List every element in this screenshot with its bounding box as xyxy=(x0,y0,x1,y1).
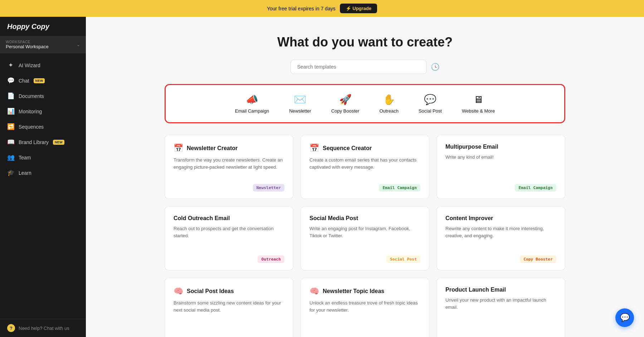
search-input[interactable] xyxy=(291,60,426,74)
sidebar-item-brand-library[interactable]: 📖 Brand Library new xyxy=(0,134,86,150)
team-icon: 👥 xyxy=(7,154,14,161)
sidebar: Hoppy Copy Workspace Personal Workspace … xyxy=(0,17,86,337)
website-more-icon: 🖥 xyxy=(473,94,483,105)
category-tab-copy-booster[interactable]: 🚀 Copy Booster xyxy=(321,91,370,117)
chevron-down-icon: ⌄ xyxy=(77,42,80,47)
template-icon-newsletter-creator: 📅 xyxy=(174,144,183,153)
nav-item-label: AI Wizard xyxy=(19,63,40,68)
workspace-selector[interactable]: Workspace Personal Workspace ⌄ xyxy=(0,36,86,53)
category-tab-outreach[interactable]: ✋ Outreach xyxy=(369,91,408,117)
template-header: 🧠 Newsletter Topic Ideas xyxy=(309,287,420,296)
brand-library-icon: 📖 xyxy=(7,138,14,146)
email-campaign-icon: 📣 xyxy=(246,94,258,105)
social-post-icon: 💬 xyxy=(424,94,436,105)
sidebar-nav: ✦ AI Wizard 💬 Chat new 📄 Documents 📊 Mon… xyxy=(0,53,86,319)
template-footer: Email Campaign xyxy=(445,184,556,192)
app-layout: Hoppy Copy Workspace Personal Workspace … xyxy=(0,17,644,337)
template-card-social-post-ideas[interactable]: 🧠 Social Post Ideas Brainstorm some sizz… xyxy=(165,278,293,337)
cat-label-website-more: Website & More xyxy=(462,108,495,114)
category-tab-newsletter[interactable]: ✉️ Newsletter xyxy=(279,91,321,117)
template-header: Multipurpose Email xyxy=(445,144,556,150)
newsletter-icon: ✉️ xyxy=(294,94,306,105)
template-card-newsletter-topic-ideas[interactable]: 🧠 Newsletter Topic Ideas Unlock an endle… xyxy=(301,278,429,337)
sidebar-item-learn[interactable]: 🎓 Learn xyxy=(0,165,86,180)
template-title-product-launch-email: Product Launch Email xyxy=(445,287,506,293)
category-tab-social-post[interactable]: 💬 Social Post xyxy=(409,91,452,117)
ai-wizard-icon: ✦ xyxy=(7,61,14,69)
template-desc-newsletter-topic-ideas: Unlock an endless treasure trove of fres… xyxy=(309,299,420,334)
template-header: Social Media Post xyxy=(309,215,420,222)
sidebar-item-documents[interactable]: 📄 Documents xyxy=(0,88,86,104)
template-card-content-improver[interactable]: Content Improver Rewrite any content to … xyxy=(436,206,565,271)
workspace-label: Workspace xyxy=(6,40,49,44)
logo: Hoppy Copy xyxy=(0,17,86,36)
template-icon-newsletter-topic-ideas: 🧠 xyxy=(309,287,319,296)
template-footer: Social Post xyxy=(309,256,420,263)
sidebar-item-sequences[interactable]: 🔁 Sequences xyxy=(0,119,86,134)
banner-text: Your free trial expires in 7 days xyxy=(267,6,336,11)
logo-text: Hoppy Copy xyxy=(7,23,79,30)
sidebar-footer[interactable]: ? Need help? Chat with us xyxy=(0,319,86,337)
cat-label-outreach: Outreach xyxy=(379,108,398,114)
upgrade-button[interactable]: ⚡ Upgrade xyxy=(340,4,377,13)
sidebar-item-monitoring[interactable]: 📊 Monitoring xyxy=(0,104,86,119)
template-icon-sequence-creator: 📅 xyxy=(309,144,319,153)
template-tag-content-improver: Copy Booster xyxy=(520,256,556,263)
badge-chat: new xyxy=(34,78,45,83)
copy-booster-icon: 🚀 xyxy=(339,94,352,105)
category-tab-website-more[interactable]: 🖥 Website & More xyxy=(452,91,505,117)
template-tag-cold-outreach-email: Outreach xyxy=(258,256,284,263)
template-desc-content-improver: Rewrite any content to make it more inte… xyxy=(445,225,556,250)
template-tag-sequence-creator: Email Campaign xyxy=(379,184,420,192)
history-icon[interactable]: 🕓 xyxy=(431,63,440,71)
template-title-multipurpose-email: Multipurpose Email xyxy=(445,144,498,150)
sidebar-item-ai-wizard[interactable]: ✦ AI Wizard xyxy=(0,58,86,73)
template-card-sequence-creator[interactable]: 📅 Sequence Creator Create a custom email… xyxy=(301,135,429,199)
cat-label-email-campaign: Email Campaign xyxy=(235,108,269,114)
badge-brand-library: new xyxy=(53,140,64,145)
outreach-icon: ✋ xyxy=(383,94,395,105)
cat-label-copy-booster: Copy Booster xyxy=(331,108,360,114)
template-title-social-media-post: Social Media Post xyxy=(309,215,358,222)
help-text: Need help? Chat with us xyxy=(19,326,69,331)
workspace-name: Personal Workspace xyxy=(6,44,49,49)
template-header: Product Launch Email xyxy=(445,287,556,293)
sidebar-item-team[interactable]: 👥 Team xyxy=(0,150,86,165)
nav-item-label: Brand Library xyxy=(19,139,49,145)
template-footer: Email Campaign xyxy=(309,184,420,192)
template-header: 📅 Sequence Creator xyxy=(309,144,420,153)
template-card-product-launch-email[interactable]: Product Launch Email Unveil your new pro… xyxy=(436,278,565,337)
template-desc-cold-outreach-email: Reach out to prospects and get the conve… xyxy=(174,225,284,250)
template-header: 🧠 Social Post Ideas xyxy=(174,287,284,296)
cat-label-newsletter: Newsletter xyxy=(289,108,311,114)
sidebar-item-chat[interactable]: 💬 Chat new xyxy=(0,73,86,88)
page-title: What do you want to create? xyxy=(165,35,565,50)
template-card-cold-outreach-email[interactable]: Cold Outreach Email Reach out to prospec… xyxy=(165,206,293,271)
sequences-icon: 🔁 xyxy=(7,123,14,130)
template-card-social-media-post[interactable]: Social Media Post Write an engaging post… xyxy=(301,206,429,271)
chat-icon: 💬 xyxy=(7,77,14,84)
learn-icon: 🎓 xyxy=(7,169,14,177)
template-title-newsletter-creator: Newsletter Creator xyxy=(187,145,238,152)
template-desc-social-post-ideas: Brainstorm some sizzling new content ide… xyxy=(174,299,284,334)
template-desc-multipurpose-email: Write any kind of email! xyxy=(445,154,556,178)
template-tag-newsletter-creator: Newsletter xyxy=(253,184,284,192)
template-title-cold-outreach-email: Cold Outreach Email xyxy=(174,215,230,222)
help-icon: ? xyxy=(7,324,15,332)
category-tab-email-campaign[interactable]: 📣 Email Campaign xyxy=(225,91,279,117)
documents-icon: 📄 xyxy=(7,92,14,100)
template-grid: 📅 Newsletter Creator Transform the way y… xyxy=(165,135,565,337)
template-footer: Copy Booster xyxy=(445,256,556,263)
nav-item-label: Learn xyxy=(19,170,31,176)
template-desc-sequence-creator: Create a custom email series that has yo… xyxy=(309,157,420,178)
category-tabs: 📣 Email Campaign ✉️ Newsletter 🚀 Copy Bo… xyxy=(165,84,565,123)
template-card-newsletter-creator[interactable]: 📅 Newsletter Creator Transform the way y… xyxy=(165,135,293,199)
template-card-multipurpose-email[interactable]: Multipurpose Email Write any kind of ema… xyxy=(436,135,565,199)
nav-item-label: Sequences xyxy=(19,124,44,130)
nav-item-label: Documents xyxy=(19,93,44,99)
chat-fab[interactable]: 💬 xyxy=(615,308,634,327)
template-title-content-improver: Content Improver xyxy=(445,215,493,222)
template-icon-social-post-ideas: 🧠 xyxy=(174,287,183,296)
nav-item-label: Team xyxy=(19,155,31,160)
template-header: Content Improver xyxy=(445,215,556,222)
